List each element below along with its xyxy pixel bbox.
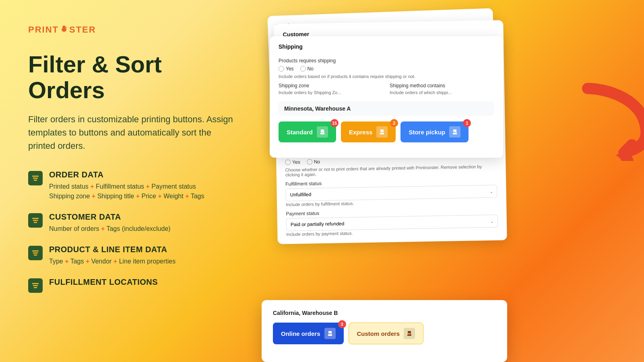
online-orders-label: Online orders — [281, 330, 320, 337]
standard-label: Standard — [287, 129, 313, 136]
online-orders-badge: 3 — [338, 320, 346, 328]
feature-item-product-data: PRODUCT & LINE ITEM DATA Type + Tags + V… — [28, 245, 233, 266]
shipping-radio-no — [300, 66, 306, 72]
shipping-zone-label: Shipping zone — [279, 83, 383, 88]
requires-shipping-hint: Include orders based on if products it c… — [279, 74, 494, 79]
shipping-method-hint: Include orders of which shippi... — [390, 90, 494, 95]
express-badge: 2 — [390, 119, 398, 127]
card-shipping: Shipping Products requires shipping Yes … — [270, 36, 503, 158]
svg-rect-11 — [453, 133, 457, 134]
store-pickup-badge: 1 — [463, 119, 471, 127]
shipping-section-header: Shipping — [279, 43, 494, 53]
standard-print-icon — [317, 126, 328, 138]
product-data-desc: Type + Tags + Vendor + Line item propert… — [49, 257, 175, 266]
order-printed-hint: Choose whether or not to print orders th… — [285, 164, 497, 177]
shipping-radio-yes — [279, 66, 284, 72]
svg-rect-18 — [408, 331, 411, 333]
fulfillment-content: FULFILLMENT LOCATIONS — [49, 278, 158, 287]
zone-tag-display: Minnesota, Warehouse A — [279, 101, 494, 116]
standard-button[interactable]: Standard 15 — [279, 121, 336, 142]
product-data-content: PRODUCT & LINE ITEM DATA Type + Tags + V… — [49, 245, 175, 266]
button-row-2: Online orders 3 Custom orders — [273, 323, 496, 344]
logo: PRINT STER — [28, 24, 233, 35]
subtitle: Filter orders in customizable printing b… — [28, 113, 233, 152]
button-row-1: Standard 15 Express — [279, 121, 494, 142]
filter-icon-1 — [28, 171, 43, 185]
feature-item-order-data: ORDER DATA Printed status + Fulfillment … — [28, 170, 233, 201]
custom-orders-label: Custom orders — [357, 330, 400, 337]
requires-shipping-radios: Yes No — [279, 66, 494, 72]
express-print-icon — [376, 126, 388, 138]
svg-rect-9 — [380, 130, 384, 132]
warehouse-b-label: California, Warehouse B — [273, 310, 496, 316]
custom-orders-button[interactable]: Custom orders — [349, 323, 424, 344]
online-orders-print-icon — [324, 328, 336, 339]
svg-point-10 — [383, 132, 384, 133]
product-data-title: PRODUCT & LINE ITEM DATA — [49, 245, 175, 254]
logo-rooster-symbol — [60, 24, 68, 35]
order-data-desc: Printed status + Fulfillment status + Pa… — [49, 182, 204, 201]
feature-item-fulfillment: FULFILLMENT LOCATIONS — [28, 278, 233, 293]
radio-no-label: No — [314, 159, 320, 165]
red-arrow-icon — [572, 80, 644, 161]
arrow-container — [572, 80, 644, 162]
express-label: Express — [349, 129, 372, 136]
fulfillment-title: FULFILLMENT LOCATIONS — [49, 278, 158, 287]
feature-list: ORDER DATA Printed status + Fulfillment … — [28, 170, 233, 293]
svg-point-19 — [410, 333, 411, 334]
shipping-method-label: Shipping method contains — [390, 83, 494, 88]
svg-rect-14 — [328, 334, 332, 336]
logo-print: PRINT — [28, 25, 59, 35]
shipping-zone-hint: Include orders by Shipping Zo... — [279, 90, 383, 95]
shipping-yes-label: Yes — [286, 66, 294, 72]
store-pickup-print-icon — [449, 126, 460, 138]
shipping-yes[interactable]: Yes — [279, 66, 294, 72]
svg-point-7 — [323, 132, 324, 133]
logo-oster: STER — [69, 25, 96, 35]
left-panel: PRINT STER Filter & Sort Orders Filter o… — [0, 0, 262, 362]
main-title: Filter & Sort Orders — [28, 51, 233, 103]
requires-shipping-label: Products requires shipping — [279, 58, 494, 64]
radio-yes-label: Yes — [292, 159, 300, 165]
feature-item-customer-data: CUSTOMER DATA Number of orders + Tags (i… — [28, 212, 233, 234]
bottom-card: California, Warehouse B Online orders 3 … — [262, 300, 507, 362]
order-data-title: ORDER DATA — [49, 170, 204, 179]
svg-point-16 — [331, 333, 332, 334]
order-printed-no[interactable]: No — [307, 159, 320, 165]
right-panel: Products Include orders with these produ… — [262, 0, 644, 362]
filter-icon-2 — [28, 213, 43, 228]
order-printed-yes[interactable]: Yes — [285, 159, 300, 165]
svg-marker-20 — [616, 151, 634, 161]
payment-chevron-icon: ⌄ — [490, 219, 493, 223]
standard-badge: 15 — [330, 119, 339, 127]
payment-status-value: Paid or partially refunded — [291, 221, 345, 227]
radio-yes-circle — [285, 159, 291, 165]
filter-icon-3 — [28, 246, 43, 260]
svg-rect-15 — [328, 331, 332, 333]
order-data-content: ORDER DATA Printed status + Fulfillment … — [49, 170, 204, 201]
online-orders-button[interactable]: Online orders 3 — [273, 323, 344, 344]
shipping-no-label: No — [308, 66, 314, 72]
svg-rect-17 — [407, 334, 411, 336]
fulfillment-chevron-icon: ⌄ — [490, 189, 493, 193]
page-container: PRINT STER Filter & Sort Orders Filter o… — [0, 0, 644, 362]
shipping-no[interactable]: No — [300, 66, 314, 72]
filter-icon-4 — [28, 278, 43, 293]
customer-data-title: CUSTOMER DATA — [49, 212, 171, 222]
svg-marker-2 — [63, 25, 65, 27]
store-pickup-label: Store pickup — [409, 129, 445, 136]
fulfillment-status-value: Unfulfilled — [290, 191, 312, 197]
svg-marker-3 — [66, 27, 67, 29]
svg-rect-12 — [453, 130, 456, 132]
customer-data-content: CUSTOMER DATA Number of orders + Tags (i… — [49, 212, 171, 234]
express-button[interactable]: Express 2 — [341, 121, 396, 142]
custom-orders-print-icon — [404, 328, 415, 339]
svg-point-13 — [456, 132, 456, 133]
store-pickup-button[interactable]: Store pickup 1 — [400, 121, 469, 142]
radio-no-circle — [307, 159, 312, 165]
svg-rect-8 — [380, 133, 384, 134]
customer-data-desc: Number of orders + Tags (include/exclude… — [49, 224, 171, 234]
